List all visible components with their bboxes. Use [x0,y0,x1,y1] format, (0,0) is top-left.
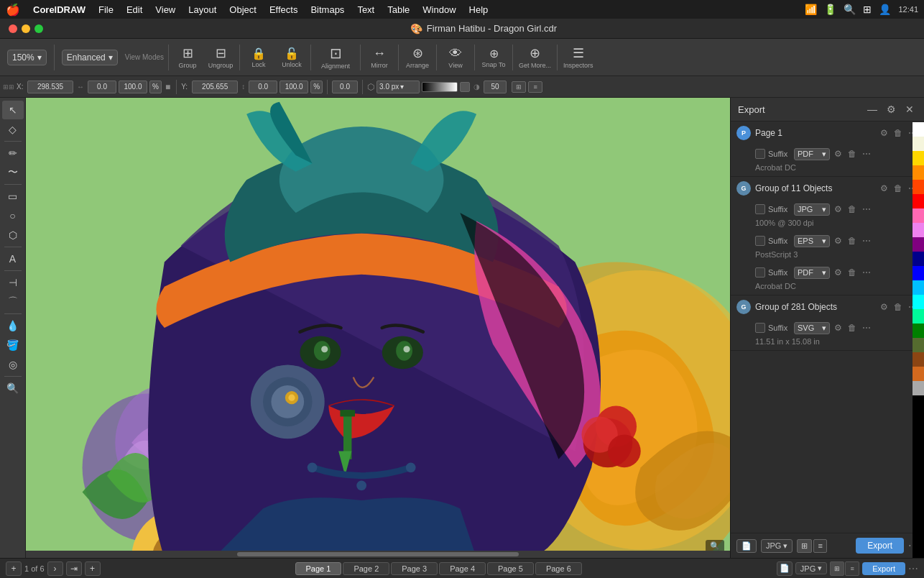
color-cyan[interactable] [913,295,924,309]
wifi-icon[interactable]: 📶 [805,4,817,15]
grid-toggle-btn[interactable]: ⊞ [797,539,812,553]
color-orange[interactable] [913,165,924,180]
next-page-btn[interactable]: › [47,561,63,576]
group281-gear-icon[interactable]: ⚙ [879,301,890,313]
menu-effects[interactable]: Effects [264,3,304,17]
color-white[interactable] [913,122,924,137]
pages-toggle-btn[interactable]: 📄 [777,561,793,576]
menu-view[interactable]: View [149,3,181,17]
color-green[interactable] [913,324,924,338]
polygon-tool[interactable]: ⬡ [2,226,24,244]
group11-gear-icon[interactable]: ⚙ [879,182,890,195]
group11-delete-icon[interactable]: 🗑 [892,182,904,195]
stroke-end-swatch[interactable] [460,82,470,92]
connector-tool[interactable]: ⌒ [2,293,24,311]
h-scrollbar[interactable] [26,551,730,558]
inspectors-button[interactable]: ☰ Inspectors [560,42,596,73]
color-purple[interactable] [913,237,924,252]
maximize-button[interactable] [34,24,43,33]
row1-gear-icon[interactable]: ⚙ [833,147,844,160]
row1-more-icon[interactable]: ⋯ [861,147,872,160]
group281-row1-checkbox[interactable] [755,323,765,333]
minimize-button[interactable] [22,24,30,33]
ungroup-button[interactable]: ⊟ Ungroup [205,42,236,73]
menu-layout[interactable]: Layout [183,3,222,17]
dimension-tool[interactable]: ⊣ [2,273,24,292]
status-grid-btn[interactable]: ⊞ [830,561,844,576]
group11-row1-checkbox[interactable] [755,204,765,214]
control-center-icon[interactable]: ⊞ [863,4,872,15]
menu-help[interactable]: Help [463,3,494,17]
shape-tool[interactable]: ◇ [2,120,24,139]
x-input[interactable] [27,81,73,93]
export-button[interactable]: Export [856,538,904,554]
group281-r1-gear-icon[interactable]: ⚙ [833,321,844,334]
zoom-tool[interactable]: 🔍 [2,379,24,398]
battery-icon[interactable]: 🔋 [824,4,836,15]
panel-settings-btn[interactable]: ⚙ [884,102,898,116]
tab-page1[interactable]: Page 1 [295,562,342,575]
color-black[interactable] [913,395,924,558]
color-saddle-brown[interactable] [913,352,924,367]
opacity-input[interactable] [484,81,507,93]
color-pink[interactable] [913,208,924,223]
group-button[interactable]: ⊞ Group [172,42,203,73]
h-scrollbar-thumb[interactable] [237,552,519,556]
list-toggle-btn[interactable]: ≡ [813,539,826,553]
artistic-tool[interactable]: 〜 [2,163,24,182]
user-icon[interactable]: 👤 [879,4,891,15]
tab-page3[interactable]: Page 3 [391,562,438,575]
insert-page-btn[interactable]: + [85,561,101,576]
add-page-btn[interactable]: + [6,561,22,576]
freehand-tool[interactable]: ✏ [2,144,24,162]
group11-row1-format[interactable]: JPG ▾ [794,203,830,216]
lock-button[interactable]: 🔒 Lock [243,42,274,73]
snapto-button[interactable]: ⊕ Snap To [478,42,509,73]
menu-edit[interactable]: Edit [121,3,148,17]
blend-tool[interactable]: ◎ [2,355,24,374]
zoom-dropdown[interactable]: 150% ▾ [7,50,47,65]
menu-object[interactable]: Object [223,3,262,17]
select-tool[interactable]: ↖ [2,101,24,119]
h2-input[interactable] [279,81,308,93]
page1-delete-icon[interactable]: 🗑 [892,127,904,139]
status-format-dropdown[interactable]: JPG ▾ [795,562,827,574]
menu-file[interactable]: File [93,3,119,17]
ellipse-tool[interactable]: ○ [2,206,24,225]
group11-r2-gear-icon[interactable]: ⚙ [833,234,844,247]
stroke-color-swatch[interactable] [422,82,458,92]
list-view-btn[interactable]: ≡ [528,81,542,93]
w2-input[interactable] [119,81,147,93]
color-blue[interactable] [913,266,924,280]
group281-r1-del-icon[interactable]: 🗑 [846,321,858,334]
rectangle-tool[interactable]: ▭ [2,187,24,206]
color-gold[interactable] [913,151,924,165]
color-gray[interactable] [913,381,924,395]
page1-row1-checkbox[interactable] [755,149,765,159]
group11-r1-del-icon[interactable]: 🗑 [846,203,858,216]
y-input[interactable] [192,81,238,93]
export-btn-bottom[interactable]: Export [862,562,905,575]
search-icon[interactable]: 🔍 [844,4,856,15]
color-chocolate[interactable] [913,367,924,381]
group11-r2-more-icon[interactable]: ⋯ [861,234,872,247]
fill-tool[interactable]: 🪣 [2,336,24,354]
export-scroll[interactable]: P Page 1 ⚙ 🗑 ⋯ Suffix PDF ▾ [731,121,924,533]
color-red[interactable] [913,194,924,208]
page1-row1-format[interactable]: PDF ▾ [794,148,830,160]
eyedropper-tool[interactable]: 💧 [2,316,24,335]
arrange-button[interactable]: ⊛ Arrange [402,42,433,73]
menu-bitmaps[interactable]: Bitmaps [305,3,350,17]
color-red-orange[interactable] [913,180,924,194]
status-more-icon[interactable]: ⋯ [908,563,918,574]
view-mode-dropdown[interactable]: Enhanced ▾ [62,50,118,65]
group11-r1-gear-icon[interactable]: ⚙ [833,203,844,216]
group11-row3-checkbox[interactable] [755,267,765,277]
unlock-button[interactable]: 🔓 Unlock [276,42,308,73]
text-tool[interactable]: A [2,249,24,268]
apple-menu[interactable]: 🍎 [6,3,20,17]
menu-table[interactable]: Table [382,3,415,17]
group11-r3-del-icon[interactable]: 🗑 [846,266,858,279]
group11-r1-more-icon[interactable]: ⋯ [861,203,872,216]
getmore-button[interactable]: ⊕ Get More... [516,42,554,73]
